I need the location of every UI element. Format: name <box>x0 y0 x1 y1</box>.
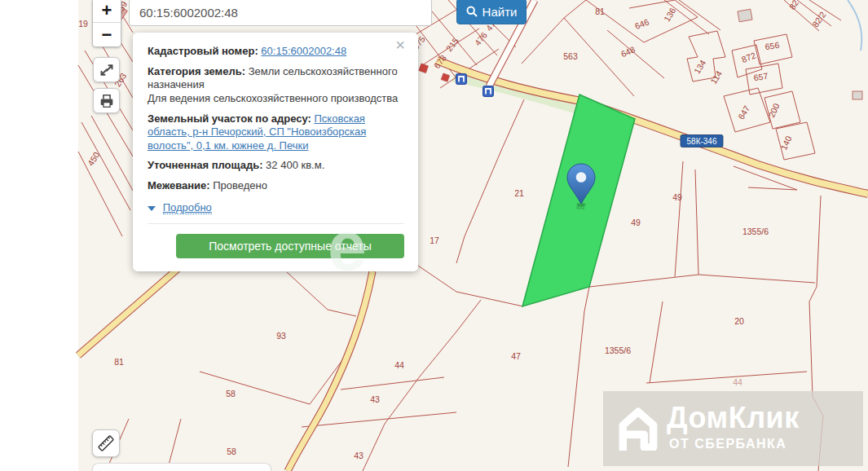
parcel-number-label: 1355/6 <box>605 346 631 355</box>
survey-row: Межевание: Проведено <box>148 179 403 193</box>
domclick-brand-text: ДомКлик <box>667 401 800 435</box>
parcel-info-popup: × Кадастровый номер: 60:15:6002002:48 Ка… <box>133 33 418 271</box>
domclick-subtitle-text: ОТ СБЕРБАНКА <box>669 437 786 451</box>
view-reports-button[interactable]: Посмотреть доступные отчеты <box>176 234 404 258</box>
zoom-in-button[interactable]: + <box>93 0 121 22</box>
search-button[interactable]: Найти <box>456 0 527 24</box>
parcel-number-label: 47 <box>511 351 521 361</box>
parcel-number-label: 81 <box>595 7 605 16</box>
parcel-number-label: 1355/6 <box>742 227 769 236</box>
measure-button[interactable] <box>92 429 120 457</box>
road-number-badge: 58К-346 <box>681 135 723 147</box>
details-toggle-row: Подробно <box>148 201 403 215</box>
fullscreen-button[interactable] <box>93 57 120 82</box>
parcel-number-label: 44 <box>733 377 742 387</box>
search-button-label: Найти <box>482 5 518 19</box>
cadastral-number-link[interactable]: 60:15:6002002:48 <box>261 45 346 57</box>
bus-stop-badge <box>456 74 467 85</box>
chevron-down-icon <box>148 206 156 211</box>
bus-stop-icon <box>483 86 494 97</box>
expand-arrows-icon <box>96 59 117 81</box>
ruler-icon <box>95 432 117 455</box>
parcel-number-label: 19 <box>78 19 88 29</box>
parcel-number-label: 656 <box>764 40 780 51</box>
area-value: 32 400 кв.м. <box>266 159 324 171</box>
domclick-watermark: ДомКлик ОТ СБЕРБАНКА <box>603 391 863 466</box>
cadastral-number-label: Кадастровый номер: <box>148 45 258 57</box>
parcel-number-label: 563 <box>563 51 578 61</box>
domclick-house-icon <box>616 407 660 451</box>
building <box>853 91 862 99</box>
search-icon <box>466 6 478 17</box>
divider <box>148 223 403 224</box>
road-badge-label: 58К-346 <box>687 137 717 146</box>
parcel-number-label: 81 <box>114 357 124 367</box>
survey-label: Межевание: <box>148 179 210 191</box>
print-button[interactable] <box>93 88 120 113</box>
parcel-number-label: 49 <box>631 218 641 227</box>
land-purpose-value: Для ведения сельскохозяйственного произв… <box>148 92 403 106</box>
zoom-controls: + − <box>92 0 121 47</box>
parcel-number-label: 20 <box>734 316 744 326</box>
land-category-row: Категория земель: Земли сельскохозяйстве… <box>148 65 403 106</box>
parcel-number-label: 93 <box>276 331 286 341</box>
address-row: Земельный участок по адресу: Псковская о… <box>148 112 403 153</box>
parcel-number-label: 657 <box>753 71 769 82</box>
cadastral-map-app: 2591926345081675215678476477815636466481… <box>0 0 868 471</box>
cadastral-number-row: Кадастровый номер: 60:15:6002002:48 <box>148 45 403 59</box>
land-category-label: Категория земель: <box>148 65 245 77</box>
bus-stop-icon <box>456 74 467 85</box>
survey-value: Проведено <box>213 179 267 191</box>
pin-center-dot <box>576 172 587 183</box>
parcel-number-label: 49 <box>672 192 682 202</box>
details-toggle-link[interactable]: Подробно <box>163 201 212 214</box>
area-row: Уточненная площадь: 32 400 кв.м. <box>148 159 403 173</box>
bus-stop-badge <box>483 86 494 97</box>
parcel-number-label: 21 <box>514 188 524 198</box>
map-attribution-bar <box>92 463 271 471</box>
parcel-number-label: 43 <box>354 451 364 460</box>
zoom-out-button[interactable]: − <box>93 23 121 46</box>
parcel-number-label: 17 <box>430 236 439 245</box>
area-label: Уточненная площадь: <box>148 159 262 171</box>
search-input[interactable] <box>129 0 432 26</box>
parcel-number-label: 58 <box>227 447 236 456</box>
parcel-number-label: 44 <box>394 360 404 370</box>
parcel-number-label: 43 <box>370 394 380 404</box>
parcel-number-label: 58 <box>226 389 236 398</box>
printer-icon <box>96 90 117 112</box>
address-label: Земельный участок по адресу: <box>148 112 311 125</box>
building <box>738 9 752 22</box>
close-icon[interactable]: × <box>390 36 410 54</box>
